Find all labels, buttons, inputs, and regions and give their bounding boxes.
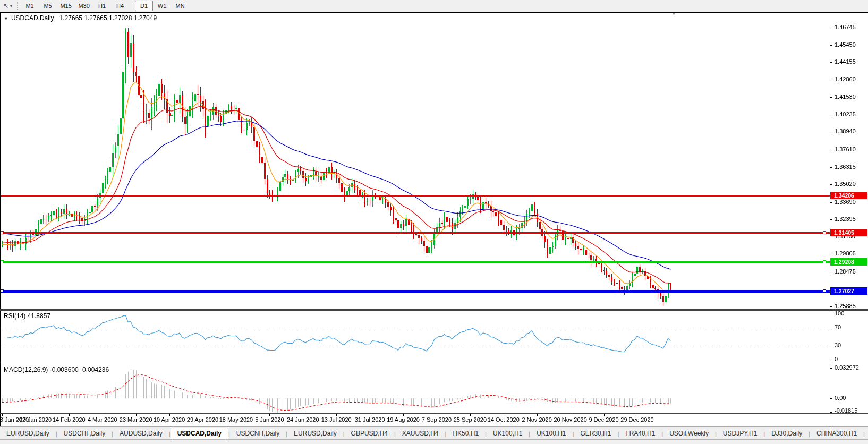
date-axis-label: 18 May 2020	[219, 416, 253, 423]
chart-tab-bar: EURUSD,Daily|USDCHF,Daily|AUDUSD,Daily|U…	[0, 426, 868, 440]
timeframe-button-d1[interactable]: D1	[135, 1, 153, 11]
date-axis-label: 14 Feb 2020	[53, 416, 86, 423]
date-axis-label: 27 Jan 2020	[20, 416, 52, 423]
date-axis-label: 4 Mar 2020	[88, 416, 117, 423]
price-line-badge[interactable]: 1.27027	[830, 287, 867, 295]
timeframe-toolbar: ↖ ▾ M1M5M15M30H1H4D1W1MN	[0, 0, 868, 12]
price-axis-tick: 1.41530	[835, 93, 856, 100]
date-axis-label: 19 Aug 2020	[387, 416, 420, 423]
chevron-down-icon: ▾	[10, 4, 12, 8]
ohlc-quote: 1.27665 1.27665 1.27028 1.27049	[59, 14, 157, 22]
rsi-axis-tick: 30	[835, 342, 841, 348]
timeframe-button-h1[interactable]: H1	[93, 1, 111, 11]
price-axis-tick: 1.44155	[835, 58, 856, 65]
date-axis-label: 24 Jun 2020	[287, 416, 319, 423]
chart-tab-usoil-weekly[interactable]: USOil,Weekly	[663, 429, 715, 439]
chart-tab-fra40-h1[interactable]: FRA40,H1	[619, 429, 661, 439]
price-axis-tick: 1.29805	[835, 250, 856, 257]
macd-axis-tick: 0.032972	[835, 364, 859, 371]
chart-canvas[interactable]	[0, 0, 868, 444]
price-axis-tick: 1.36315	[835, 164, 856, 170]
date-axis-label: 7 Sep 2020	[422, 416, 452, 423]
symbol-period-label: USDCAD,Daily	[11, 14, 54, 22]
timeframe-button-w1[interactable]: W1	[153, 1, 171, 11]
price-axis-tick: 1.35020	[835, 181, 856, 187]
price-axis-tick: 1.33690	[835, 199, 856, 205]
chart-tab-usdchf-daily[interactable]: USDCHF,Daily	[57, 429, 112, 439]
price-axis-tick: 1.37610	[835, 146, 856, 152]
chart-tab-eurusd-daily[interactable]: EURUSD,Daily	[287, 429, 343, 439]
scroll-position-marker-icon[interactable]: ▾	[673, 11, 675, 16]
price-axis-tick: 1.32395	[835, 216, 856, 222]
toolbar-grip	[17, 2, 18, 10]
date-axis-label: 31 Jul 2020	[355, 416, 385, 423]
collapse-triangle-icon[interactable]: ▼	[4, 16, 8, 21]
chart-tab-eurusd-daily[interactable]: EURUSD,Daily	[0, 429, 56, 439]
chart-tab-usdjpy-h1[interactable]: USDJPY,H1	[717, 429, 763, 439]
chart-tab-usoil[interactable]: USOil,	[865, 429, 868, 439]
date-axis-label: 2 Nov 2020	[522, 416, 552, 423]
chart-tab-usdcad-daily[interactable]: USDCAD,Daily	[171, 428, 228, 439]
price-axis-tick: 1.42860	[835, 76, 856, 82]
chart-tab-xauusd-h4[interactable]: XAUUSD,H4	[396, 429, 445, 439]
date-axis-label: 23 Mar 2020	[120, 416, 152, 423]
timeframe-button-mn[interactable]: MN	[171, 1, 189, 11]
rsi-indicator-label: RSI(14) 41.8857	[4, 312, 50, 320]
chart-tab-uk100-h1[interactable]: UK100,H1	[530, 429, 572, 439]
date-axis-label: 29 Apr 2020	[187, 416, 218, 423]
toolbar-separator	[132, 1, 132, 11]
rsi-axis-tick: 0	[835, 356, 838, 362]
cursor-icon: ↖	[3, 1, 8, 11]
price-axis-tick: 1.38940	[835, 128, 856, 134]
chart-tab-china300-h1[interactable]: CHINA300,H1	[810, 429, 863, 439]
price-line-badge[interactable]: 1.34206	[830, 192, 867, 199]
chart-tab-ger30-h1[interactable]: GER30,H1	[574, 429, 617, 439]
chart-tab-audusd-daily[interactable]: AUDUSD,Daily	[113, 429, 169, 439]
macd-axis-tick: -0.01815	[835, 407, 857, 414]
timeframe-button-m5[interactable]: M5	[39, 1, 57, 11]
chart-title: ▼USDCAD,Daily1.27665 1.27665 1.27028 1.2…	[4, 14, 157, 22]
date-axis-label: 14 Oct 2020	[488, 416, 520, 423]
rsi-axis-tick: 100	[835, 310, 844, 317]
price-line-badge[interactable]: 1.31405	[830, 229, 867, 236]
timeframe-button-m1[interactable]: M1	[21, 1, 39, 11]
date-axis-label: 9 Dec 2020	[589, 416, 618, 423]
chart-tab-gbpusd-h4[interactable]: GBPUSD,H4	[345, 429, 394, 439]
timeframe-buttons: M1M5M15M30H1H4D1W1MN	[21, 1, 189, 11]
date-axis-label: 29 Dec 2020	[620, 416, 653, 423]
macd-axis-tick: 0.00	[835, 395, 846, 401]
chart-tab-usdcnh-daily[interactable]: USDCNH,Daily	[230, 429, 286, 439]
price-axis-tick: 1.40235	[835, 111, 856, 117]
date-axis-label: 25 Sep 2020	[454, 416, 487, 423]
rsi-axis-tick: 70	[835, 324, 841, 330]
chart-tab-uk100-h1[interactable]: UK100,H1	[487, 429, 529, 439]
date-axis-label: 13 Jul 2020	[321, 416, 352, 423]
timeframe-button-m15[interactable]: M15	[57, 1, 75, 11]
date-axis-label: 5 Jun 2020	[255, 416, 284, 423]
date-axis-label: 10 Apr 2020	[154, 416, 185, 423]
macd-indicator-label: MACD(12,26,9) -0.003600 -0.004236	[4, 366, 109, 373]
chart-tab-dj30-daily[interactable]: DJ30,Daily	[765, 429, 809, 439]
date-axis-label: 20 Nov 2020	[554, 416, 586, 423]
price-axis-tick: 1.46745	[835, 24, 856, 30]
cursor-tool-button[interactable]: ↖ ▾	[1, 1, 14, 11]
price-axis-tick: 1.25885	[835, 303, 856, 309]
chart-tab-hk50-h1[interactable]: HK50,H1	[446, 429, 485, 439]
price-axis-tick: 1.28475	[835, 268, 856, 275]
price-line-badge[interactable]: 1.29208	[830, 258, 867, 266]
timeframe-button-m30[interactable]: M30	[75, 1, 93, 11]
timeframe-button-h4[interactable]: H4	[111, 1, 129, 11]
price-axis-tick: 1.45450	[835, 41, 856, 48]
